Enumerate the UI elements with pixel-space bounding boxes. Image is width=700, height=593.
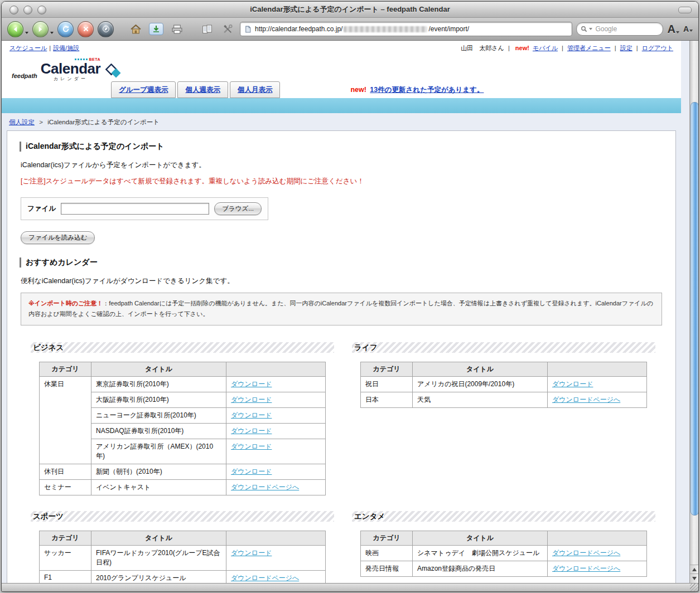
download-link[interactable]: ダウンロード — [231, 549, 272, 557]
update-notice: new! 13件の更新された予定があります。 — [349, 85, 484, 98]
download-link[interactable]: ダウンロード — [552, 380, 593, 388]
zoom-button[interactable] — [37, 6, 46, 14]
main-panel: iCalendar形式による予定のインポート iCalendar(ics)ファイ… — [7, 130, 676, 583]
column-header-link — [226, 362, 326, 376]
stop-button[interactable] — [78, 21, 94, 37]
home-button[interactable] — [127, 21, 144, 37]
breadcrumb: 個人設定 > iCalendar形式による予定のインポート — [7, 116, 676, 130]
tab-personal-month[interactable]: 個人月表示 — [230, 81, 281, 98]
user-name: 山田 太郎さん — [461, 45, 504, 51]
browse-button[interactable]: ブラウズ... — [214, 202, 262, 215]
download-link[interactable]: ダウンロード — [231, 468, 272, 475]
file-label: ファイル — [27, 204, 56, 213]
utility-nav: スケジュール|設備/施設 山田 太郎さん | new! モバイル | 管理者メニ… — [2, 41, 681, 55]
tab-personal-week[interactable]: 個人週表示 — [177, 81, 228, 98]
download-link[interactable]: ダウンロード — [231, 380, 272, 388]
download-link[interactable]: ダウンロードページへ — [231, 483, 299, 491]
reader-pages-button[interactable] — [199, 21, 215, 37]
forward-button[interactable] — [32, 21, 49, 37]
section-title: エンタメ — [354, 512, 385, 522]
content-area: 個人設定 > iCalendar形式による予定のインポート iCalendar形… — [2, 113, 681, 583]
tab-group-week[interactable]: グループ週表示 — [111, 81, 176, 98]
column-header-title: タイトル — [413, 362, 548, 376]
top-sites-icon — [102, 25, 110, 33]
print-button[interactable] — [168, 21, 185, 37]
back-button[interactable] — [7, 21, 23, 37]
file-path-input[interactable] — [61, 203, 209, 215]
section-sports: スポーツ カテゴリ タイトル サッカーFIFAワールドカップ2010(グループE… — [31, 511, 334, 584]
download-link[interactable]: ダウンロード — [231, 411, 272, 419]
table-row: 休業日東京証券取引所(2010年)ダウンロード — [40, 376, 326, 392]
nav-link-admin-menu[interactable]: 管理者メニュー — [567, 45, 611, 51]
recommend-description: 便利なiCalendar(ics)ファイルがダウンロードできるリンク集です。 — [21, 276, 663, 286]
link-cell: ダウンロードページへ — [226, 479, 326, 495]
link-cell: ダウンロード — [226, 464, 326, 479]
close-button[interactable] — [9, 6, 18, 14]
reload-button[interactable] — [57, 21, 74, 37]
nav-link-facilities[interactable]: 設備/施設 — [53, 45, 79, 51]
download-link[interactable]: ダウンロードページへ — [231, 574, 299, 582]
top-sites-button[interactable] — [98, 21, 114, 37]
nav-link-schedule[interactable]: スケジュール — [9, 45, 47, 51]
resize-grip[interactable] — [690, 583, 698, 591]
logo-diamond-icon — [104, 64, 124, 81]
nav-link-settings[interactable]: 設定 — [620, 45, 633, 51]
table-row: 祝日アメリカの祝日(2009年/2010年)ダウンロード — [361, 376, 647, 392]
link-cell: ダウンロード — [226, 545, 326, 570]
search-menu-arrow[interactable] — [589, 28, 592, 30]
category-cell: セミナー — [40, 479, 91, 495]
nav-link-logout[interactable]: ログアウト — [642, 45, 673, 51]
feedpath-calendar-logo[interactable]: feedpath BETA Calendar カレンダー — [12, 57, 124, 81]
url-text: http://calendar.feedpath.co.jp//event/im… — [255, 25, 469, 33]
download-link[interactable]: ダウンロードページへ — [552, 396, 620, 404]
search-field[interactable] — [576, 22, 663, 36]
download-link[interactable]: ダウンロードページへ — [552, 549, 620, 557]
magnifier-icon — [581, 26, 587, 32]
download-link[interactable]: ダウンロード — [231, 396, 272, 404]
calendar-title-cell: 新聞（朝刊）(2010年) — [91, 464, 226, 479]
pages-icon — [202, 25, 213, 34]
utility-nav-left: スケジュール|設備/施設 — [9, 44, 79, 52]
table-row: サッカーFIFAワールドカップ2010(グループE試合日程)ダウンロード — [40, 545, 326, 570]
text-size-decrease-button[interactable]: A — [683, 25, 693, 33]
page-viewport: スケジュール|設備/施設 山田 太郎さん | new! モバイル | 管理者メニ… — [2, 41, 698, 583]
download-link[interactable]: ダウンロード — [231, 443, 272, 450]
scroll-up-button[interactable] — [690, 565, 698, 574]
calendar-table: カテゴリ タイトル 祝日アメリカの祝日(2009年/2010年)ダウンロード日本… — [360, 362, 647, 408]
nav-link-mobile[interactable]: モバイル — [533, 45, 558, 51]
breadcrumb-current: iCalendar形式による予定のインポート — [47, 119, 160, 125]
forward-menu-arrow[interactable] — [50, 32, 54, 34]
updated-events-link[interactable]: 13件の更新された予定があります。 — [370, 86, 484, 94]
tools-button[interactable] — [219, 21, 236, 37]
link-cell: ダウンロードページへ — [226, 570, 326, 583]
download-link[interactable]: ダウンロード — [231, 427, 272, 435]
scrollbar-thumb[interactable] — [691, 102, 698, 516]
back-menu-arrow[interactable] — [25, 32, 28, 34]
download-link[interactable]: ダウンロードページへ — [552, 565, 620, 572]
search-input[interactable] — [594, 25, 645, 33]
column-header-category: カテゴリ — [361, 531, 413, 545]
reload-icon — [62, 25, 70, 33]
calendar-title-cell: 大阪証券取引所(2010年) — [91, 392, 226, 407]
vertical-scrollbar[interactable] — [689, 41, 698, 583]
up-arrow-icon — [692, 568, 697, 571]
downloads-button[interactable] — [148, 21, 165, 37]
calendar-title-cell: Amazon登録商品の発売日 — [413, 561, 548, 576]
section-header: ライフ — [352, 342, 655, 353]
window-title: iCalendar形式による予定のインポート – feedpath Calend… — [250, 4, 450, 14]
download-icon — [149, 23, 163, 35]
category-cell: 日本 — [361, 392, 413, 407]
toolbar-toggle-capsule[interactable] — [678, 7, 692, 13]
section-title: スポーツ — [33, 512, 64, 522]
link-cell: ダウンロード — [226, 376, 326, 392]
breadcrumb-personal-settings[interactable]: 個人設定 — [9, 119, 35, 125]
load-file-button[interactable]: ファイルを読み込む — [21, 231, 95, 244]
text-size-increase-button[interactable]: A — [667, 23, 679, 35]
table-row: セミナーイベントキャストダウンロードページへ — [40, 479, 326, 495]
minimize-button[interactable] — [23, 6, 32, 14]
new-badge: new! — [515, 45, 529, 51]
calendar-title-cell: 天気 — [413, 392, 548, 407]
scroll-down-button[interactable] — [690, 573, 698, 583]
calendar-title-cell: アメリカの祝日(2009年/2010年) — [413, 376, 548, 392]
url-field[interactable]: http://calendar.feedpath.co.jp//event/im… — [240, 22, 572, 36]
